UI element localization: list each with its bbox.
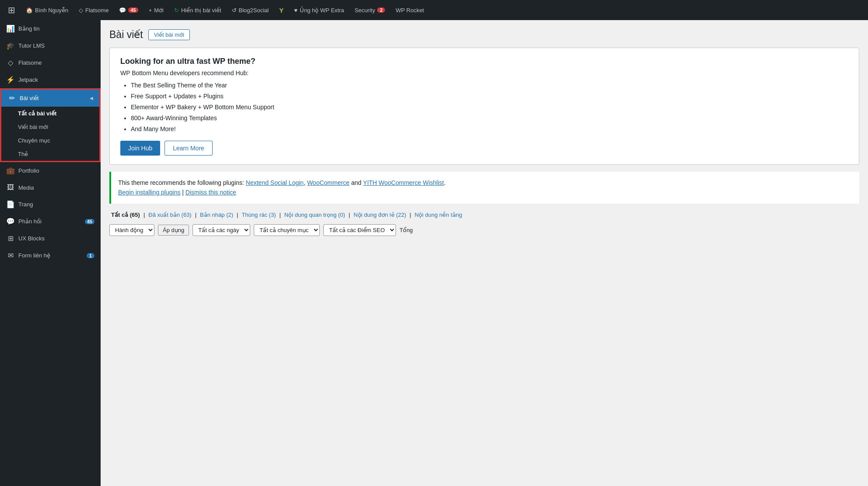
sidebar-tutorlms-label: Tutor LMS <box>18 42 45 49</box>
chevron-left-icon: ◀ <box>90 96 93 101</box>
filter-noi-dung-don-le[interactable]: Nội dung đơn lẻ (22) <box>352 211 408 219</box>
nextend-link[interactable]: Nextend Social Login <box>246 179 304 186</box>
comments-badge: 45 <box>128 7 138 13</box>
flatsome-button[interactable]: ◇ Flatsome <box>74 0 113 20</box>
blog2social-button[interactable]: ↺ Blog2Social <box>228 0 273 20</box>
security-badge: 2 <box>377 7 385 13</box>
sidebar-item-media[interactable]: 🖼 Media <box>0 179 101 196</box>
baivet-icon: ✏ <box>7 94 16 102</box>
sidebar-item-ux-blocks[interactable]: ⊞ UX Blocks <box>0 230 101 247</box>
ngay-select[interactable]: Tất cả các ngày <box>192 224 250 236</box>
the-label: Thẻ <box>18 151 28 157</box>
plugin-notice-text: This theme recommends the following plug… <box>118 178 852 187</box>
support-button[interactable]: ♥ Ủng hộ WP Extra <box>290 0 348 20</box>
new-button[interactable]: + Mới <box>144 0 168 20</box>
comments-sidebar-icon: 💬 <box>6 217 15 226</box>
sidebar-media-label: Media <box>18 184 34 191</box>
filter-noidungquantrong-label: Nội dung quan trọng <box>284 212 336 218</box>
sidebar-item-jetpack[interactable]: ⚡ Jetpack <box>0 71 101 88</box>
page-header: Bài viết Viết bài mới <box>109 29 859 41</box>
comments-button[interactable]: 💬 45 <box>115 0 142 20</box>
tutorlms-icon: 🎓 <box>6 42 15 50</box>
sidebar-item-bangtin[interactable]: 📊 Bảng tin <box>0 20 101 37</box>
list-item: 800+ Award-Winning Templates <box>131 114 848 123</box>
join-hub-button[interactable]: Join Hub <box>120 141 160 156</box>
sidebar-item-phan-hoi[interactable]: 💬 Phản hồi 45 <box>0 213 101 230</box>
flatsome-sidebar-icon: ◇ <box>6 59 15 67</box>
chuyen-muc-select[interactable]: Tất cả chuyên mục <box>254 224 320 236</box>
filter-sep-1: | <box>144 212 145 218</box>
filter-daxuatban-label: Đã xuất bản <box>148 212 180 218</box>
flatsome-icon: ◇ <box>79 7 83 14</box>
filter-thungrac-label: Thùng rác <box>242 212 267 218</box>
filter-thung-rac[interactable]: Thùng rác (3) <box>240 211 277 219</box>
filter-ban-nhap[interactable]: Bản nháp (2) <box>198 211 235 219</box>
begin-installing-link[interactable]: Begin installing plugins <box>118 189 180 196</box>
yith-link[interactable]: YITH WooCommerce Wishlist <box>363 179 444 186</box>
sidebar-item-tutorlms[interactable]: 🎓 Tutor LMS <box>0 37 101 54</box>
sidebar-formlienhe-label: Form liên hệ <box>18 252 50 259</box>
filter-sep-4: | <box>279 212 280 218</box>
plugin-notice: This theme recommends the following plug… <box>109 172 859 204</box>
comments-icon: 💬 <box>119 7 126 14</box>
filter-bannhap-count: (2) <box>226 212 233 218</box>
promo-box: Looking for an ultra fast WP theme? WP B… <box>109 48 859 165</box>
hanh-dong-select[interactable]: Hành động <box>109 224 154 236</box>
sidebar-sub-tat-ca-bai-viet[interactable]: Tất cả bài viết <box>1 107 99 120</box>
viet-bai-moi-label: Viết bài mới <box>18 124 48 130</box>
sidebar-item-baivet-parent[interactable]: ✏ Bài viết ◀ <box>1 90 99 107</box>
view-posts-label: Hiển thị bài viết <box>181 7 221 14</box>
filter-sep-3: | <box>237 212 238 218</box>
sidebar-item-flatsome[interactable]: ◇ Flatsome <box>0 54 101 71</box>
site-name-label: Bình Nguyễn <box>35 7 68 14</box>
ap-dung-button[interactable]: Áp dụng <box>158 225 189 236</box>
support-label: Ủng hộ WP Extra <box>300 7 344 14</box>
yoast-icon: Y <box>279 7 284 14</box>
wprocket-button[interactable]: WP Rocket <box>391 0 428 20</box>
diem-seo-select[interactable]: Tất cả các Điểm SEO <box>323 224 396 236</box>
filter-bannhap-label: Bản nháp <box>200 212 224 218</box>
security-button[interactable]: Security 2 <box>350 0 389 20</box>
sidebar-sub-viet-bai-moi[interactable]: Viết bài mới <box>1 120 99 134</box>
site-name-button[interactable]: 🏠 Bình Nguyễn <box>21 0 73 20</box>
sidebar-sub-chuyen-muc[interactable]: Chuyên mục <box>1 134 99 147</box>
filter-daxuatban-count: (63) <box>182 212 192 218</box>
filter-tat-ca[interactable]: Tất cả (65) <box>109 211 142 219</box>
filter-noidungnentang-label: Nội dung nền tảng <box>415 212 462 218</box>
filter-tat-ca-label: Tất cả <box>111 212 128 218</box>
sidebar-item-portfolio[interactable]: 💼 Portfolio <box>0 162 101 179</box>
woocommerce-link[interactable]: WooCommerce <box>307 179 350 186</box>
list-item: Free Support + Updates + Plugins <box>131 92 848 101</box>
filter-noidungdonle-label: Nội dung đơn lẻ <box>354 212 394 218</box>
tong-label: Tổng <box>399 227 413 233</box>
separator-text: | <box>182 189 186 196</box>
sidebar-trang-label: Trang <box>18 201 33 208</box>
filter-noi-dung-nen-tang[interactable]: Nội dung nền tảng <box>413 211 464 219</box>
new-post-button[interactable]: Viết bài mới <box>148 29 190 40</box>
phanhoi-badge: 45 <box>85 219 94 224</box>
sidebar-item-trang[interactable]: 📄 Trang <box>0 196 101 213</box>
promo-list: The Best Selling Theme of the Year Free … <box>120 81 848 134</box>
filter-thungrac-count: (3) <box>269 212 276 218</box>
filter-sep-2: | <box>195 212 196 218</box>
filter-noi-dung-quan-trong[interactable]: Nội dung quan trọng (0) <box>283 211 347 219</box>
yoast-button[interactable]: Y <box>275 0 288 20</box>
filter-tat-ca-count: (65) <box>130 212 140 218</box>
learn-more-button[interactable]: Learn More <box>164 141 213 156</box>
pages-icon: 📄 <box>6 200 15 208</box>
promo-subtitle: WP Bottom Menu developers recommend Hub: <box>120 69 848 76</box>
dismiss-notice-link[interactable]: Dismiss this notice <box>186 189 236 196</box>
wp-logo-button[interactable]: ⊞ <box>4 0 20 20</box>
sidebar-uxblocks-label: UX Blocks <box>18 235 45 242</box>
view-posts-button[interactable]: ↻ Hiển thị bài viết <box>170 0 226 20</box>
media-icon: 🖼 <box>6 184 15 191</box>
filter-da-xuat-ban[interactable]: Đã xuất bản (63) <box>147 211 193 219</box>
admin-bar: ⊞ 🏠 Bình Nguyễn ◇ Flatsome 💬 45 + Mới ↻ … <box>0 0 868 20</box>
sidebar-sub-the[interactable]: Thẻ <box>1 147 99 161</box>
view-posts-icon: ↻ <box>174 7 179 14</box>
sidebar-item-form-lien-he[interactable]: ✉ Form liên hệ 1 <box>0 247 101 264</box>
home-icon: 🏠 <box>26 7 33 14</box>
plugin-notice-intro: This theme recommends the following plug… <box>118 179 244 186</box>
wprocket-label: WP Rocket <box>396 7 424 14</box>
wp-logo-icon: ⊞ <box>8 5 15 15</box>
